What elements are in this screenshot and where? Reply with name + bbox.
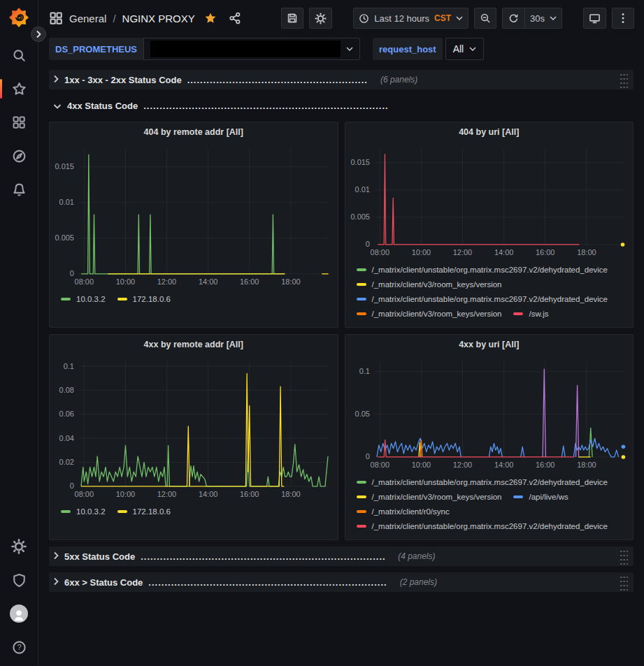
legend: 10.0.3.2172.18.0.6 bbox=[50, 289, 338, 306]
series-label: /_matrix/client/unstable/org.matrix.msc2… bbox=[372, 295, 608, 303]
row-dots: ........................................… bbox=[143, 101, 388, 111]
variable-label-request-host: request_host bbox=[373, 38, 443, 60]
row-drag-handle[interactable] bbox=[619, 548, 628, 565]
series-label: /_matrix/client/unstable/org.matrix.msc2… bbox=[372, 522, 608, 530]
time-series-chart[interactable]: 08:0010:0012:0014:0016:0018:0000.0050.01… bbox=[345, 142, 634, 259]
svg-text:14:00: 14:00 bbox=[494, 461, 513, 469]
expand-sidebar-button[interactable] bbox=[31, 27, 46, 42]
row-5xx-status-code[interactable]: 5xx Status Code ........................… bbox=[49, 546, 634, 566]
variable-value-request-host[interactable]: All bbox=[445, 38, 485, 60]
legend-item[interactable]: 10.0.3.2 bbox=[61, 292, 106, 306]
series-color-chip bbox=[357, 495, 366, 498]
svg-text:0.01: 0.01 bbox=[59, 198, 74, 206]
svg-text:14:00: 14:00 bbox=[199, 277, 217, 286]
refresh-interval-dropdown[interactable]: 30s bbox=[524, 8, 562, 29]
cycle-view-mode-button[interactable] bbox=[583, 8, 606, 29]
series-label: /_matrix/client/unstable/org.matrix.msc2… bbox=[372, 266, 608, 274]
legend: /_matrix/client/unstable/org.matrix.msc2… bbox=[345, 259, 634, 321]
panel-404-by-remote-addr: 404 by remote addr [All] 08:0010:0012:00… bbox=[49, 122, 338, 328]
favorite-button[interactable] bbox=[201, 12, 220, 24]
share-icon bbox=[229, 12, 241, 24]
svg-text:0.015: 0.015 bbox=[350, 158, 369, 166]
sidebar-item-search[interactable] bbox=[4, 43, 34, 67]
legend-item[interactable]: /_matrix/client/v3/room_keys/version bbox=[357, 490, 502, 504]
series-color-chip bbox=[513, 312, 523, 315]
sidebar-item-dashboards[interactable] bbox=[4, 110, 34, 134]
sidebar-item-help[interactable]: ? bbox=[4, 635, 34, 659]
more-options-button[interactable] bbox=[612, 8, 634, 29]
row-6xx-status-code[interactable]: 6xx > Status Code ......................… bbox=[49, 572, 634, 592]
refresh-interval-label: 30s bbox=[530, 13, 545, 24]
time-series-chart[interactable]: 08:0010:0012:0014:0016:0018:0000.0050.01… bbox=[50, 142, 338, 289]
panel-title[interactable]: 4xx by uri [All] bbox=[345, 335, 634, 354]
legend-item[interactable]: /api/live/ws bbox=[513, 490, 568, 504]
dashboard-variables-bar: DS_PROMETHEUS request_host All bbox=[38, 36, 644, 67]
series-color-chip bbox=[357, 525, 366, 528]
time-series-chart[interactable]: 08:0010:0012:0014:0016:0018:0000.020.040… bbox=[50, 354, 338, 501]
time-series-chart[interactable]: 08:0010:0012:0014:0016:0018:0000.050.1 bbox=[345, 354, 634, 472]
breadcrumb-separator: / bbox=[113, 13, 115, 24]
time-range-picker[interactable]: Last 12 hours CST bbox=[353, 8, 468, 29]
chevron-down-icon bbox=[550, 16, 557, 20]
row-title: 1xx - 3xx - 2xx Status Code bbox=[64, 75, 182, 85]
sidebar-item-server-admin[interactable] bbox=[4, 568, 34, 592]
row-drag-handle[interactable] bbox=[619, 71, 628, 88]
panel-row-404: 404 by remote addr [All] 08:0010:0012:00… bbox=[49, 122, 634, 328]
legend-item[interactable]: /sw.js bbox=[513, 307, 548, 321]
legend-item[interactable]: 172.18.0.6 bbox=[117, 292, 171, 306]
svg-text:0.005: 0.005 bbox=[350, 212, 369, 221]
grafana-logo[interactable] bbox=[8, 7, 29, 28]
sidebar-item-profile[interactable] bbox=[4, 602, 34, 625]
sidebar-item-alerting[interactable] bbox=[4, 178, 34, 201]
breadcrumb: General / NGINX PROXY bbox=[49, 11, 244, 25]
svg-text:12:00: 12:00 bbox=[157, 490, 176, 498]
dashboard-toolbar: Last 12 hours CST bbox=[281, 8, 634, 29]
legend-item[interactable]: /_matrix/client/unstable/org.matrix.msc2… bbox=[357, 519, 608, 533]
svg-text:0.06: 0.06 bbox=[59, 410, 74, 418]
chevron-down-icon bbox=[53, 99, 62, 112]
panel-title[interactable]: 4xx by remote addr [All] bbox=[50, 335, 338, 354]
svg-text:18:00: 18:00 bbox=[281, 490, 300, 498]
svg-text:18:00: 18:00 bbox=[281, 277, 300, 286]
legend-item[interactable]: /_matrix/client/v3/room_keys/version bbox=[357, 277, 502, 291]
sidebar-item-starred[interactable] bbox=[4, 77, 34, 101]
dashboard-title[interactable]: NGINX PROXY bbox=[122, 13, 195, 24]
chevron-right-icon bbox=[53, 550, 59, 563]
legend-item[interactable]: 10.0.3.2 bbox=[61, 505, 106, 519]
share-button[interactable] bbox=[226, 12, 244, 24]
sidebar-item-configuration[interactable] bbox=[4, 535, 34, 558]
svg-text:08:00: 08:00 bbox=[75, 490, 94, 498]
legend-item[interactable]: 172.18.0.6 bbox=[117, 505, 171, 519]
grafana-logo-icon bbox=[8, 7, 29, 28]
save-icon bbox=[287, 13, 298, 24]
chevron-down-icon bbox=[346, 47, 353, 51]
legend-item[interactable]: /_matrix/client/unstable/org.matrix.msc2… bbox=[357, 475, 608, 489]
svg-text:12:00: 12:00 bbox=[452, 248, 471, 256]
refresh-dashboard-button[interactable] bbox=[502, 8, 524, 29]
sidebar-item-explore[interactable] bbox=[4, 144, 34, 168]
legend-item[interactable]: /_matrix/client/r0/sync bbox=[357, 505, 450, 519]
panel-title[interactable]: 404 by uri [All] bbox=[345, 122, 634, 142]
legend-item[interactable]: /_matrix/client/unstable/org.matrix.msc2… bbox=[357, 263, 608, 277]
zoom-out-time-button[interactable] bbox=[474, 8, 496, 29]
svg-text:14:00: 14:00 bbox=[199, 490, 217, 498]
row-1xx-3xx-2xx-status-code[interactable]: 1xx - 3xx - 2xx Status Code ............… bbox=[49, 70, 634, 89]
svg-text:16:00: 16:00 bbox=[536, 461, 554, 469]
svg-text:0.02: 0.02 bbox=[59, 458, 74, 466]
series-color-chip bbox=[357, 298, 366, 301]
dashboard-settings-button[interactable] bbox=[309, 8, 332, 29]
legend-item[interactable]: /_matrix/client/unstable/org.matrix.msc2… bbox=[357, 292, 608, 306]
star-filled-icon bbox=[204, 12, 217, 24]
save-dashboard-button[interactable] bbox=[281, 8, 303, 29]
kebab-menu-icon bbox=[622, 13, 624, 24]
row-drag-handle[interactable] bbox=[619, 574, 628, 591]
row-4xx-status-code[interactable]: 4xx Status Code ........................… bbox=[49, 96, 634, 115]
bell-icon bbox=[12, 182, 27, 197]
variable-value-datasource[interactable] bbox=[143, 38, 360, 60]
breadcrumb-folder[interactable]: General bbox=[69, 13, 106, 24]
panel-4xx-by-remote-addr: 4xx by remote addr [All] 08:0010:0012:00… bbox=[49, 334, 338, 540]
svg-text:0: 0 bbox=[70, 482, 74, 490]
svg-text:18:00: 18:00 bbox=[577, 461, 596, 469]
panel-title[interactable]: 404 by remote addr [All] bbox=[50, 122, 338, 142]
legend-item[interactable]: /_matrix/client/v3/room_keys/version bbox=[357, 307, 502, 321]
